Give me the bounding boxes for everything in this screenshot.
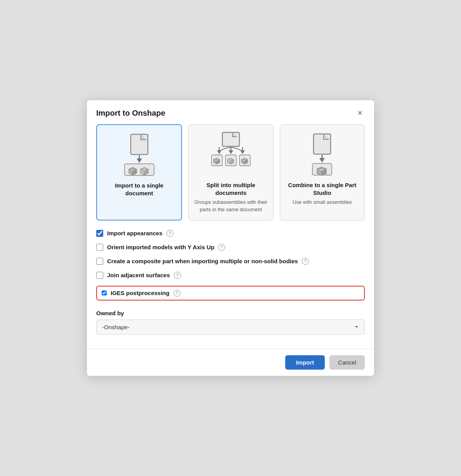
dialog-title: Import to Onshape bbox=[96, 109, 165, 118]
iges-postprocessing-checkbox[interactable] bbox=[102, 290, 107, 295]
composite-part-label[interactable]: Create a composite part when importing m… bbox=[107, 258, 298, 264]
owned-by-label: Owned by bbox=[96, 310, 365, 316]
svg-marker-2 bbox=[137, 158, 142, 163]
composite-part-help-icon[interactable]: ? bbox=[302, 258, 309, 265]
composite-part-checkbox[interactable] bbox=[96, 258, 103, 265]
import-appearances-checkbox[interactable] bbox=[96, 230, 103, 237]
svg-marker-14 bbox=[229, 150, 233, 154]
close-button[interactable]: × bbox=[355, 108, 365, 118]
mode-card-split-multiple[interactable]: Split into multiple documents Groups sub… bbox=[188, 124, 273, 220]
combine-part-studio-desc: Use with small assemblies bbox=[293, 199, 352, 206]
svg-marker-31 bbox=[319, 158, 325, 163]
import-appearances-label[interactable]: Import appearances bbox=[107, 230, 163, 236]
iges-postprocessing-highlight-row: IGES postprocessing ? bbox=[96, 286, 365, 301]
dialog-footer: Import Cancel bbox=[87, 349, 374, 376]
cancel-button[interactable]: Cancel bbox=[329, 355, 365, 370]
orient-y-axis-checkbox[interactable] bbox=[96, 244, 103, 251]
join-surfaces-checkbox[interactable] bbox=[96, 272, 103, 279]
svg-rect-0 bbox=[131, 134, 148, 155]
checkbox-row-orient-y-axis: Orient imported models with Y Axis Up ? bbox=[96, 244, 365, 251]
mode-card-single-doc[interactable]: Import to a single document bbox=[96, 124, 182, 220]
svg-rect-10 bbox=[222, 132, 239, 146]
split-multiple-icon bbox=[208, 131, 254, 177]
dialog-body: Import to a single document bbox=[87, 124, 374, 345]
single-doc-icon bbox=[116, 131, 163, 178]
orient-y-axis-help-icon[interactable]: ? bbox=[218, 244, 225, 251]
dialog-header: Import to Onshape × bbox=[87, 100, 374, 124]
split-multiple-desc: Groups subassemblies with their parts in… bbox=[193, 199, 268, 213]
join-surfaces-label[interactable]: Join adjacent surfaces bbox=[107, 272, 170, 278]
join-surfaces-help-icon[interactable]: ? bbox=[174, 272, 181, 279]
checkbox-row-composite-part: Create a composite part when importing m… bbox=[96, 258, 365, 265]
iges-postprocessing-help-icon[interactable]: ? bbox=[173, 290, 180, 297]
owned-by-section: Owned by -Onshape- My workspace Team wor… bbox=[96, 310, 365, 335]
combine-part-studio-icon bbox=[299, 131, 345, 177]
combine-part-studio-label: Combine to a single Part Studio bbox=[285, 181, 360, 196]
owned-by-select[interactable]: -Onshape- My workspace Team workspace bbox=[96, 320, 365, 335]
import-modes: Import to a single document bbox=[96, 124, 365, 220]
import-button[interactable]: Import bbox=[285, 355, 325, 370]
mode-card-combine-part-studio[interactable]: Combine to a single Part Studio Use with… bbox=[280, 124, 365, 220]
split-multiple-label: Split into multiple documents bbox=[193, 181, 268, 196]
single-doc-label: Import to a single document bbox=[102, 182, 177, 197]
checkbox-row-join-surfaces: Join adjacent surfaces ? bbox=[96, 272, 365, 279]
checkbox-row-import-appearances: Import appearances ? bbox=[96, 230, 365, 237]
iges-postprocessing-label[interactable]: IGES postprocessing bbox=[111, 290, 170, 296]
orient-y-axis-label[interactable]: Orient imported models with Y Axis Up bbox=[107, 244, 214, 250]
import-appearances-help-icon[interactable]: ? bbox=[166, 230, 173, 237]
import-dialog: Import to Onshape × bbox=[87, 100, 374, 375]
svg-rect-29 bbox=[314, 134, 331, 154]
